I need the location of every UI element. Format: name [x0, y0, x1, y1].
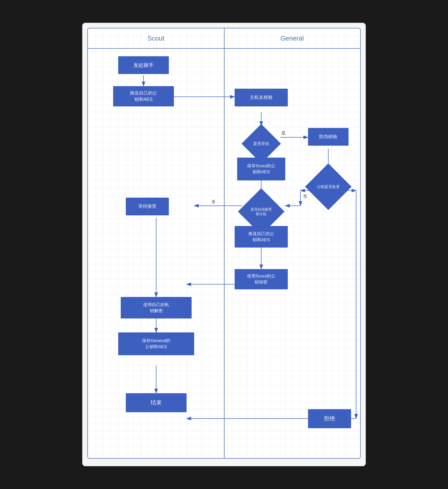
box-push-general-key: 推送自己的公 钥和AES: [235, 226, 288, 248]
label-no2: 否: [303, 194, 307, 198]
label-yes1: 是: [281, 131, 286, 135]
box-reject: 拒绝: [308, 409, 351, 428]
box-handshake: 发起握手: [118, 56, 169, 74]
column-divider: [224, 28, 225, 458]
box-encrypt-scout-key: 使用Scout的公 钥加密: [235, 269, 288, 289]
outer-wrapper: 是 否 否 是 否 是: [82, 23, 366, 466]
col-header-general: General: [224, 28, 360, 49]
col-header-scout: Scout: [88, 28, 224, 49]
col-general-label: General: [280, 34, 304, 42]
label-no3: 否: [211, 200, 215, 204]
diamond-key-changed: 公钥是否改变: [311, 169, 346, 204]
box-wait-receive: 等待接受: [126, 198, 169, 215]
box-anti-spoof: 防伪校验: [308, 128, 349, 146]
box-save-general-key: 保存General的 公钥和AES: [118, 332, 194, 355]
box-decrypt-private: 使用自己的私 钥解密: [121, 297, 192, 318]
col-scout-label: Scout: [148, 34, 165, 42]
box-end: 结束: [126, 393, 187, 412]
diagram-container: 是 否 否 是 否 是: [87, 28, 361, 459]
diamond-auto-accept: 是否自动接受 新主机: [242, 193, 280, 231]
box-hostname-check: 主机名校验: [235, 89, 288, 106]
diamond-exists: 是否存在: [243, 126, 279, 161]
box-push-key-aes: 推送自己的公 钥和AES: [113, 86, 174, 106]
box-save-scout-key: 保存Scout的公 钥和AES: [237, 158, 285, 180]
